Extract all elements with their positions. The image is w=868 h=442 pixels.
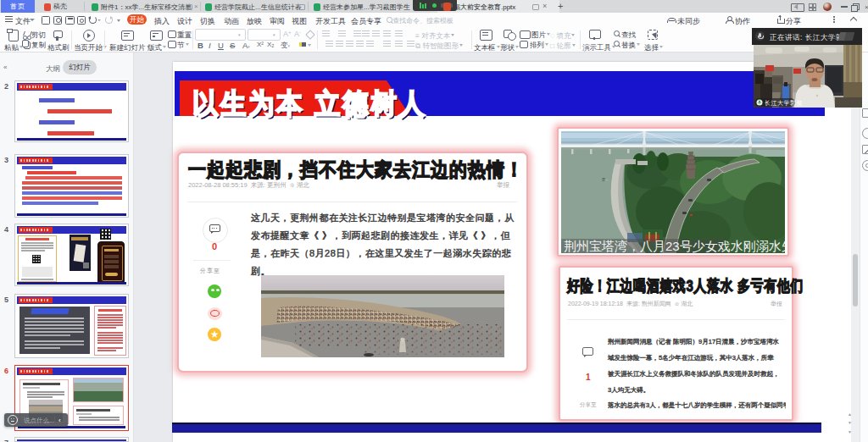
svg-text:荆州宝塔湾，八月23号少女戏水刚溺水失踪: 荆州宝塔湾，八月23号少女戏水刚溺水失踪: [564, 239, 785, 253]
svg-text:长江大学郭俊: 长江大学郭俊: [765, 100, 803, 107]
